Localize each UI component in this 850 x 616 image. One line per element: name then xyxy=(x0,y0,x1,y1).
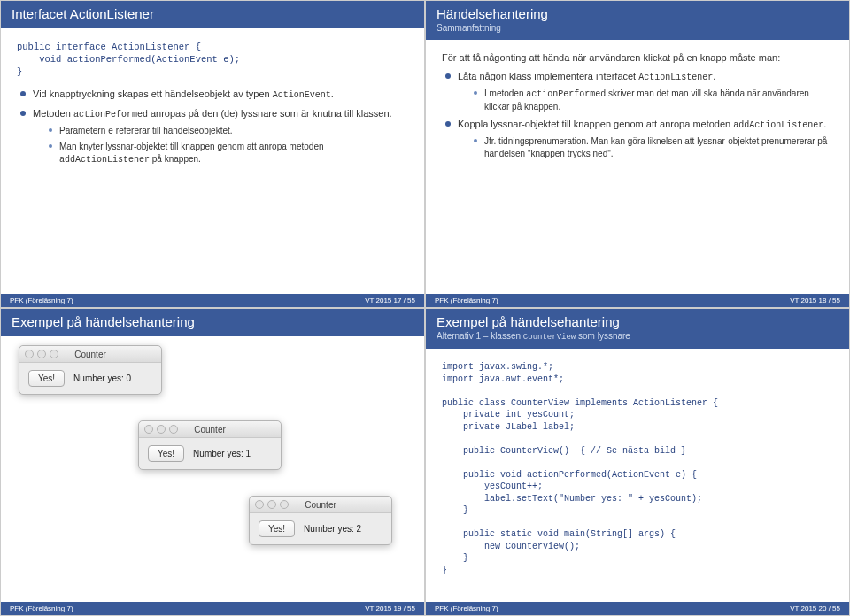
bullet: Vid knapptryckning skapas ett händelseob… xyxy=(20,88,408,102)
counter-window-1: Counter Yes! Number yes: 1 xyxy=(138,420,282,470)
intro-text: För att få någonting att hända när använ… xyxy=(442,52,833,63)
slide-title: Exempel på händelsehantering xyxy=(12,314,413,329)
slide-subtitle: Alternativ 1 – klassen CounterView som l… xyxy=(437,331,838,342)
slide-subtitle: Sammanfattning xyxy=(437,23,838,33)
slide-header: Exempel på händelsehantering Alternativ … xyxy=(426,309,849,349)
slide-body: Counter Yes! Number yes: 0 Counter Yes! … xyxy=(1,336,424,582)
footer-left: PFK (Föreläsning 7) xyxy=(10,296,73,304)
slide-header: Exempel på händelsehantering xyxy=(1,309,424,336)
window-title: Counter xyxy=(19,350,161,359)
footer-right: VT 2015 18 / 55 xyxy=(790,296,840,304)
footer-left: PFK (Föreläsning 7) xyxy=(435,604,498,612)
slide-footer: PFK (Föreläsning 7) VT 2015 19 / 55 xyxy=(1,602,424,615)
slide-footer: PFK (Föreläsning 7) VT 2015 20 / 55 xyxy=(426,602,849,615)
slide-20: Exempel på händelsehantering Alternativ … xyxy=(425,308,850,616)
yes-button[interactable]: Yes! xyxy=(28,370,65,387)
bullet: Låta någon klass implementera interfacet… xyxy=(445,70,833,112)
footer-left: PFK (Föreläsning 7) xyxy=(435,296,498,304)
slide-title: Interfacet ActionListener xyxy=(12,6,413,21)
slide-footer: PFK (Föreläsning 7) VT 2015 17 / 55 xyxy=(1,294,424,307)
slide-footer: PFK (Föreläsning 7) VT 2015 18 / 55 xyxy=(426,294,849,307)
bullet: Metoden actionPeformed anropas på den (d… xyxy=(20,107,408,166)
window-title: Counter xyxy=(139,425,281,435)
count-label: Number yes: 2 xyxy=(304,524,361,534)
sub-bullet: I metoden actionPerformed skriver man de… xyxy=(474,88,833,112)
yes-button[interactable]: Yes! xyxy=(259,520,295,537)
window-titlebar: Counter xyxy=(139,421,281,438)
slide-body: För att få någonting att hända när använ… xyxy=(426,40,849,168)
slide-18: Händelsehantering Sammanfattning För att… xyxy=(425,0,850,308)
slide-title: Händelsehantering xyxy=(437,6,838,21)
slide-body: public interface ActionListener { void a… xyxy=(1,28,424,174)
footer-right: VT 2015 17 / 55 xyxy=(365,296,415,304)
slide-header: Interfacet ActionListener xyxy=(1,1,424,28)
counter-window-0: Counter Yes! Number yes: 0 xyxy=(19,345,162,395)
yes-button[interactable]: Yes! xyxy=(148,445,184,462)
window-titlebar: Counter xyxy=(19,346,161,363)
bullet: Koppla lyssnar-objektet till knappen gen… xyxy=(445,118,833,159)
footer-left: PFK (Föreläsning 7) xyxy=(10,604,73,612)
count-label: Number yes: 0 xyxy=(73,373,131,383)
sub-bullet: Parametern e refererar till händelseobje… xyxy=(49,125,408,138)
window-title: Counter xyxy=(250,500,391,510)
footer-right: VT 2015 19 / 55 xyxy=(365,604,415,612)
slide-17: Interfacet ActionListener public interfa… xyxy=(0,0,425,308)
slide-19: Exempel på händelsehantering Counter Yes… xyxy=(0,308,425,616)
slide-header: Händelsehantering Sammanfattning xyxy=(426,1,849,40)
sub-bullet: Jfr. tidningsprenumeration. Man kan göra… xyxy=(474,135,833,159)
code-block: public interface ActionListener { void a… xyxy=(17,41,408,79)
code-block: import javax.swing.*; import java.awt.ev… xyxy=(442,361,833,576)
slide-title: Exempel på händelsehantering xyxy=(437,314,838,329)
footer-right: VT 2015 20 / 55 xyxy=(790,604,840,612)
sub-bullet: Man knyter lyssnar-objektet till knappen… xyxy=(49,141,408,166)
count-label: Number yes: 1 xyxy=(193,449,251,458)
counter-window-2: Counter Yes! Number yes: 2 xyxy=(249,496,392,545)
window-titlebar: Counter xyxy=(250,497,391,513)
slide-body: import javax.swing.*; import java.awt.ev… xyxy=(426,349,849,589)
